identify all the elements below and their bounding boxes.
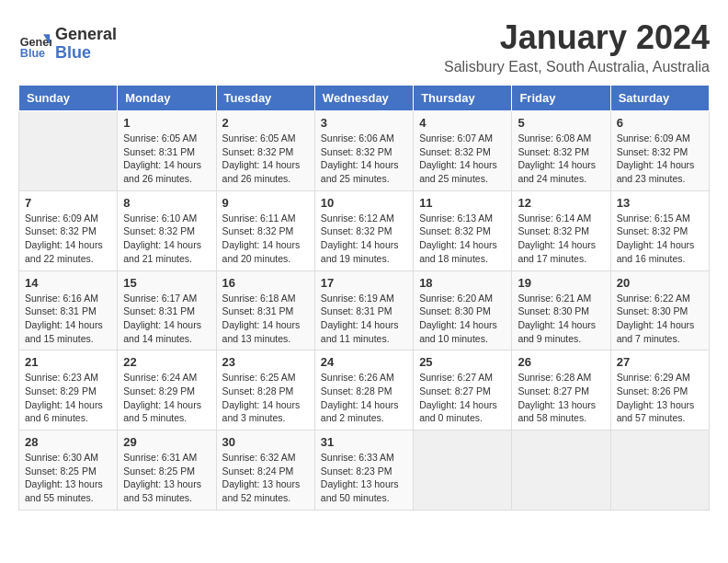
calendar-cell: 31Sunrise: 6:33 AM Sunset: 8:23 PM Dayli… [314, 431, 413, 511]
day-content: Sunrise: 6:05 AM Sunset: 8:31 PM Dayligh… [123, 132, 210, 186]
day-content: Sunrise: 6:28 AM Sunset: 8:27 PM Dayligh… [518, 371, 604, 425]
calendar-cell [19, 111, 118, 191]
calendar-cell: 19Sunrise: 6:21 AM Sunset: 8:30 PM Dayli… [512, 270, 610, 350]
calendar-week-row: 1Sunrise: 6:05 AM Sunset: 8:31 PM Daylig… [19, 111, 710, 191]
day-number: 4 [419, 116, 506, 130]
day-content: Sunrise: 6:06 AM Sunset: 8:32 PM Dayligh… [321, 132, 407, 186]
calendar-cell: 2Sunrise: 6:05 AM Sunset: 8:32 PM Daylig… [216, 111, 314, 191]
calendar-cell: 14Sunrise: 6:16 AM Sunset: 8:31 PM Dayli… [19, 270, 118, 350]
calendar-cell: 26Sunrise: 6:28 AM Sunset: 8:27 PM Dayli… [512, 350, 610, 431]
calendar-week-row: 28Sunrise: 6:30 AM Sunset: 8:25 PM Dayli… [19, 431, 710, 511]
day-content: Sunrise: 6:09 AM Sunset: 8:32 PM Dayligh… [617, 132, 703, 186]
day-number: 10 [321, 196, 407, 210]
day-number: 9 [222, 196, 309, 210]
logo-text: General Blue [55, 26, 117, 63]
calendar-cell: 28Sunrise: 6:30 AM Sunset: 8:25 PM Dayli… [19, 431, 118, 511]
day-number: 15 [123, 276, 210, 290]
day-number: 21 [25, 355, 111, 369]
calendar-cell [414, 431, 512, 511]
day-content: Sunrise: 6:12 AM Sunset: 8:32 PM Dayligh… [321, 212, 407, 266]
day-number: 8 [123, 196, 210, 210]
calendar-cell: 29Sunrise: 6:31 AM Sunset: 8:25 PM Dayli… [118, 431, 216, 511]
calendar-cell: 8Sunrise: 6:10 AM Sunset: 8:32 PM Daylig… [118, 190, 216, 270]
day-number: 24 [321, 355, 407, 369]
calendar-cell: 16Sunrise: 6:18 AM Sunset: 8:31 PM Dayli… [216, 270, 314, 350]
calendar-cell: 20Sunrise: 6:22 AM Sunset: 8:30 PM Dayli… [610, 270, 709, 350]
day-content: Sunrise: 6:25 AM Sunset: 8:28 PM Dayligh… [222, 371, 309, 425]
day-number: 31 [321, 435, 407, 449]
day-content: Sunrise: 6:13 AM Sunset: 8:32 PM Dayligh… [419, 212, 506, 266]
day-content: Sunrise: 6:26 AM Sunset: 8:28 PM Dayligh… [321, 371, 407, 425]
day-number: 1 [123, 116, 210, 130]
day-content: Sunrise: 6:24 AM Sunset: 8:29 PM Dayligh… [123, 371, 210, 425]
calendar-cell: 18Sunrise: 6:20 AM Sunset: 8:30 PM Dayli… [414, 270, 512, 350]
weekday-header-tuesday: Tuesday [216, 86, 314, 111]
day-number: 17 [321, 276, 407, 290]
day-number: 27 [617, 355, 703, 369]
calendar-cell: 7Sunrise: 6:09 AM Sunset: 8:32 PM Daylig… [19, 190, 118, 270]
day-number: 11 [419, 196, 506, 210]
day-content: Sunrise: 6:30 AM Sunset: 8:25 PM Dayligh… [25, 451, 111, 505]
calendar-cell: 17Sunrise: 6:19 AM Sunset: 8:31 PM Dayli… [314, 270, 413, 350]
day-number: 26 [518, 355, 604, 369]
logo-line1: General [55, 26, 117, 44]
day-content: Sunrise: 6:07 AM Sunset: 8:32 PM Dayligh… [419, 132, 506, 186]
day-content: Sunrise: 6:22 AM Sunset: 8:30 PM Dayligh… [617, 292, 703, 346]
day-number: 5 [518, 116, 604, 130]
calendar-cell: 6Sunrise: 6:09 AM Sunset: 8:32 PM Daylig… [610, 111, 709, 191]
calendar-cell: 27Sunrise: 6:29 AM Sunset: 8:26 PM Dayli… [610, 350, 709, 431]
location-subtitle: Salisbury East, South Australia, Austral… [444, 59, 710, 75]
header: General Blue General Blue January 2024 S… [18, 18, 710, 75]
day-number: 16 [222, 276, 309, 290]
calendar-header: SundayMondayTuesdayWednesdayThursdayFrid… [19, 86, 710, 111]
weekday-header-friday: Friday [512, 86, 610, 111]
day-content: Sunrise: 6:31 AM Sunset: 8:25 PM Dayligh… [123, 451, 210, 505]
calendar-cell [610, 431, 709, 511]
weekday-header-monday: Monday [118, 86, 216, 111]
month-title: January 2024 [444, 18, 710, 57]
weekday-header-thursday: Thursday [414, 86, 512, 111]
day-content: Sunrise: 6:19 AM Sunset: 8:31 PM Dayligh… [321, 292, 407, 346]
day-number: 28 [25, 435, 111, 449]
calendar-cell: 9Sunrise: 6:11 AM Sunset: 8:32 PM Daylig… [216, 190, 314, 270]
day-content: Sunrise: 6:15 AM Sunset: 8:32 PM Dayligh… [617, 212, 703, 266]
calendar-table: SundayMondayTuesdayWednesdayThursdayFrid… [18, 85, 710, 511]
day-number: 12 [518, 196, 604, 210]
day-content: Sunrise: 6:16 AM Sunset: 8:31 PM Dayligh… [25, 292, 111, 346]
day-content: Sunrise: 6:17 AM Sunset: 8:31 PM Dayligh… [123, 292, 210, 346]
day-content: Sunrise: 6:05 AM Sunset: 8:32 PM Dayligh… [222, 132, 309, 186]
day-content: Sunrise: 6:29 AM Sunset: 8:26 PM Dayligh… [617, 371, 703, 425]
logo: General Blue General Blue [18, 26, 117, 63]
day-content: Sunrise: 6:20 AM Sunset: 8:30 PM Dayligh… [419, 292, 506, 346]
day-number: 2 [222, 116, 309, 130]
calendar-cell: 4Sunrise: 6:07 AM Sunset: 8:32 PM Daylig… [414, 111, 512, 191]
day-number: 13 [617, 196, 703, 210]
calendar-cell: 5Sunrise: 6:08 AM Sunset: 8:32 PM Daylig… [512, 111, 610, 191]
day-number: 20 [617, 276, 703, 290]
day-number: 29 [123, 435, 210, 449]
day-content: Sunrise: 6:23 AM Sunset: 8:29 PM Dayligh… [25, 371, 111, 425]
day-content: Sunrise: 6:27 AM Sunset: 8:27 PM Dayligh… [419, 371, 506, 425]
logo-line2: Blue [55, 44, 117, 63]
calendar-cell: 13Sunrise: 6:15 AM Sunset: 8:32 PM Dayli… [610, 190, 709, 270]
day-number: 25 [419, 355, 506, 369]
logo-icon: General Blue [18, 28, 51, 61]
calendar-week-row: 14Sunrise: 6:16 AM Sunset: 8:31 PM Dayli… [19, 270, 710, 350]
svg-text:Blue: Blue [20, 47, 45, 60]
calendar-cell: 3Sunrise: 6:06 AM Sunset: 8:32 PM Daylig… [314, 111, 413, 191]
calendar-body: 1Sunrise: 6:05 AM Sunset: 8:31 PM Daylig… [19, 111, 710, 511]
calendar-cell: 15Sunrise: 6:17 AM Sunset: 8:31 PM Dayli… [118, 270, 216, 350]
weekday-header-sunday: Sunday [19, 86, 118, 111]
day-number: 23 [222, 355, 309, 369]
day-number: 3 [321, 116, 407, 130]
day-number: 6 [617, 116, 703, 130]
weekday-header-saturday: Saturday [610, 86, 709, 111]
calendar-cell: 1Sunrise: 6:05 AM Sunset: 8:31 PM Daylig… [118, 111, 216, 191]
day-content: Sunrise: 6:14 AM Sunset: 8:32 PM Dayligh… [518, 212, 604, 266]
day-content: Sunrise: 6:32 AM Sunset: 8:24 PM Dayligh… [222, 451, 309, 505]
calendar-cell: 12Sunrise: 6:14 AM Sunset: 8:32 PM Dayli… [512, 190, 610, 270]
day-content: Sunrise: 6:10 AM Sunset: 8:32 PM Dayligh… [123, 212, 210, 266]
day-content: Sunrise: 6:33 AM Sunset: 8:23 PM Dayligh… [321, 451, 407, 505]
calendar-cell: 30Sunrise: 6:32 AM Sunset: 8:24 PM Dayli… [216, 431, 314, 511]
calendar-cell: 11Sunrise: 6:13 AM Sunset: 8:32 PM Dayli… [414, 190, 512, 270]
